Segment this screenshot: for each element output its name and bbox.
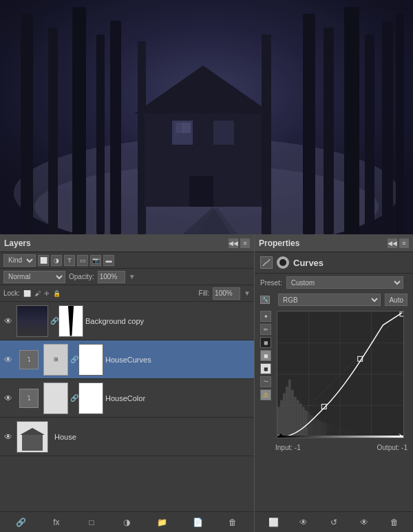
properties-panel-menu[interactable]: ≡ xyxy=(399,238,409,248)
svg-rect-33 xyxy=(277,407,280,438)
layer-name: House xyxy=(54,433,251,441)
curves-area: ✦ ✏ ◼ ◼ ◼ 〜 ⚠ xyxy=(255,308,413,441)
svg-rect-38 xyxy=(291,390,294,438)
auto-button[interactable]: Auto xyxy=(385,294,407,306)
opacity-label: Opacity: xyxy=(69,273,94,280)
point-tool[interactable]: ✦ xyxy=(260,311,271,322)
layer-color-thumb xyxy=(43,382,68,414)
new-adj-button[interactable]: ◑ xyxy=(120,515,134,529)
prev-state-button[interactable]: 👁 xyxy=(297,515,310,529)
svg-rect-39 xyxy=(294,397,297,438)
preset-row: Preset: Custom xyxy=(255,274,413,291)
layers-panel-collapse[interactable]: ◀◀ xyxy=(229,238,238,248)
new-group-button[interactable]: 📁 xyxy=(156,515,169,529)
fill-dropdown[interactable]: ▼ xyxy=(244,289,251,297)
new-layer-button[interactable]: 📄 xyxy=(191,515,204,529)
svg-rect-50 xyxy=(324,422,326,438)
warning-icon: ⚠ xyxy=(260,389,271,400)
lock-paint-icon[interactable]: 🖌 xyxy=(34,290,41,297)
opacity-input[interactable] xyxy=(98,271,125,283)
svg-rect-44 xyxy=(308,412,310,438)
preset-select[interactable]: Custom xyxy=(286,276,403,289)
filter-extra-icon[interactable]: ▬ xyxy=(103,255,114,266)
svg-rect-46 xyxy=(313,417,315,438)
layer-name: HouseColor xyxy=(105,394,251,402)
layers-toolbar: Kind ⬜ ◑ T ▭ 📷 ▬ xyxy=(0,252,254,269)
curves-tools: ✦ ✏ ◼ ◼ ◼ 〜 ⚠ xyxy=(260,311,271,400)
lock-label: Lock: xyxy=(3,289,20,297)
layers-panel-menu[interactable]: ≡ xyxy=(240,238,250,248)
layers-panel-title: Layers xyxy=(4,238,31,248)
clip-to-layer-button[interactable]: ⬜ xyxy=(266,515,280,529)
layer-name: HouseCurves xyxy=(105,356,251,364)
layer-chain-icon: 🔗 xyxy=(70,382,78,414)
preset-label: Preset: xyxy=(260,279,282,287)
filter-adj-icon[interactable]: ◑ xyxy=(51,255,62,266)
delete-adj-button[interactable]: 🗑 xyxy=(388,515,401,529)
filter-type-icon[interactable]: T xyxy=(64,255,75,266)
curves-adj-icon xyxy=(260,256,273,269)
layer-row[interactable]: 👁 House xyxy=(0,418,254,456)
svg-rect-41 xyxy=(299,404,302,438)
svg-rect-42 xyxy=(302,407,305,438)
link-layers-button[interactable]: 🔗 xyxy=(14,515,28,529)
sample-midtones[interactable]: ◼ xyxy=(260,350,271,361)
visibility-button[interactable]: 👁 xyxy=(357,515,371,529)
kind-select[interactable]: Kind xyxy=(3,254,36,267)
delete-layer-button[interactable]: 🗑 xyxy=(226,515,240,529)
fx-button[interactable]: fx xyxy=(50,515,63,529)
svg-rect-51 xyxy=(326,423,329,438)
curves-title: Curves xyxy=(293,258,324,268)
adj-layer-icon: ⤵ xyxy=(17,344,41,376)
layer-visibility-toggle[interactable]: 👁 xyxy=(3,316,14,327)
input-label: Input: -1 xyxy=(275,444,301,451)
layer-row[interactable]: 👁 ⤵ ⊞ 🔗 HouseCurves xyxy=(0,340,254,379)
svg-line-73 xyxy=(277,311,403,438)
svg-rect-78 xyxy=(277,436,403,438)
layer-row[interactable]: 👁 🔗 Background copy xyxy=(0,302,254,340)
layer-chain-icon: 🔗 xyxy=(70,344,78,376)
layers-panel: Layers ◀◀ ≡ Kind ⬜ ◑ T ▭ 📷 ▬ Normal Opac… xyxy=(0,234,255,532)
eyedropper-icon[interactable]: 🔧 xyxy=(260,296,270,304)
channel-select[interactable]: RGB xyxy=(278,294,381,306)
opacity-dropdown[interactable]: ▼ xyxy=(129,273,136,280)
sample-shadows[interactable]: ◼ xyxy=(260,337,271,348)
curves-title-row: Curves xyxy=(255,252,413,274)
svg-rect-45 xyxy=(310,415,313,438)
layer-smart-icon: ⊞ xyxy=(43,344,68,376)
pencil-tool[interactable]: ✏ xyxy=(260,324,271,335)
blend-mode-select[interactable]: Normal xyxy=(3,271,65,283)
layer-visibility-toggle[interactable]: 👁 xyxy=(3,431,14,442)
curves-canvas[interactable] xyxy=(277,311,404,438)
svg-rect-34 xyxy=(280,400,283,438)
svg-rect-49 xyxy=(321,422,324,438)
add-mask-button[interactable]: □ xyxy=(85,515,98,529)
blend-mode-row: Normal Opacity: ▼ xyxy=(0,269,254,285)
layer-row[interactable]: 👁 ⤵ 🔗 HouseColor xyxy=(0,379,254,418)
lock-pixel-icon[interactable]: ⬜ xyxy=(23,290,31,297)
lock-move-icon[interactable]: ✛ xyxy=(44,290,50,297)
svg-rect-47 xyxy=(315,419,318,438)
properties-panel: Properties ◀◀ ≡ Curves Preset: Cus xyxy=(255,234,413,532)
svg-rect-37 xyxy=(288,380,291,438)
filter-pixel-icon[interactable]: ⬜ xyxy=(38,255,49,266)
fill-label: Fill: xyxy=(199,289,210,297)
smooth-curve[interactable]: 〜 xyxy=(260,376,271,387)
svg-rect-52 xyxy=(329,424,332,438)
layer-name: Background copy xyxy=(85,317,251,325)
filter-shape-icon[interactable]: ▭ xyxy=(77,255,88,266)
channel-row: 🔧 RGB Auto xyxy=(255,291,413,308)
curves-mode-icon xyxy=(277,256,289,269)
filter-smart-icon[interactable]: 📷 xyxy=(90,255,101,266)
sample-highlights[interactable]: ◼ xyxy=(260,363,271,374)
svg-rect-48 xyxy=(318,420,321,438)
properties-bottom-bar: ⬜ 👁 ↺ 👁 🗑 xyxy=(255,511,413,532)
fill-input[interactable] xyxy=(213,287,240,300)
properties-panel-collapse[interactable]: ◀◀ xyxy=(388,238,397,248)
layer-visibility-toggle[interactable]: 👁 xyxy=(3,393,14,404)
output-label: Output: -1 xyxy=(377,444,407,451)
layer-visibility-toggle[interactable]: 👁 xyxy=(3,354,14,365)
adj-layer-icon2: ⤵ xyxy=(17,382,41,414)
reset-button[interactable]: ↺ xyxy=(327,515,341,529)
lock-all-icon[interactable]: 🔒 xyxy=(53,290,61,297)
